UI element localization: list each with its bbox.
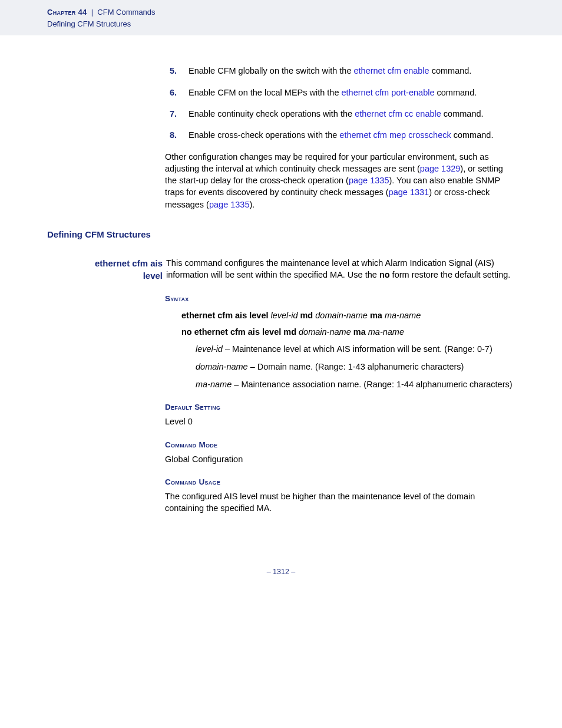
step-number: 6. bbox=[170, 87, 177, 98]
command-name: ethernet cfm ais level bbox=[47, 257, 166, 282]
syntax-line-1: ethernet cfm ais level level-id md domai… bbox=[181, 309, 515, 321]
link-page-1335a[interactable]: page 1335 bbox=[349, 176, 389, 185]
page-header: Chapter 44 | CFM Commands Defining CFM S… bbox=[0, 0, 562, 35]
step-text-post: command. bbox=[441, 109, 484, 118]
step-number: 5. bbox=[170, 65, 177, 77]
chapter-title: CFM Commands bbox=[97, 8, 155, 17]
page-content: 5. Enable CFM globally on the switch wit… bbox=[0, 35, 562, 601]
section-title: Defining CFM Structures bbox=[47, 228, 515, 241]
step-8: 8. Enable cross-check operations with th… bbox=[177, 129, 515, 141]
step-text: Enable cross-check operations with the bbox=[189, 130, 339, 140]
chapter-word: Chapter bbox=[47, 8, 76, 17]
step-text-post: command. bbox=[451, 130, 494, 140]
step-number: 7. bbox=[170, 108, 177, 120]
header-subhead: Defining CFM Structures bbox=[47, 19, 562, 29]
step-text: Enable continuity check operations with … bbox=[189, 109, 355, 118]
syntax-line-2: no ethernet cfm ais level md domain-name… bbox=[181, 326, 515, 338]
default-setting-value: Level 0 bbox=[165, 416, 515, 427]
param-ma-name: ma-name – Maintenance association name. … bbox=[196, 378, 515, 390]
divider: | bbox=[91, 8, 93, 17]
link-page-1335b[interactable]: page 1335 bbox=[209, 200, 250, 209]
step-6: 6. Enable CFM on the local MEPs with the… bbox=[177, 87, 515, 98]
link-ethernet-cfm-mep-crosscheck[interactable]: ethernet cfm mep crosscheck bbox=[339, 130, 451, 140]
link-ethernet-cfm-port-enable[interactable]: ethernet cfm port-enable bbox=[342, 88, 435, 97]
command-mode-heading: Command Mode bbox=[165, 440, 515, 451]
syntax-heading: Syntax bbox=[165, 294, 515, 305]
step-5: 5. Enable CFM globally on the switch wit… bbox=[177, 65, 515, 77]
syntax-block: ethernet cfm ais level level-id md domai… bbox=[181, 309, 515, 390]
step-text: Enable CFM on the local MEPs with the bbox=[189, 88, 342, 97]
parameter-list: level-id – Maintenance level at which AI… bbox=[196, 343, 515, 391]
param-level-id: level-id – Maintenance level at which AI… bbox=[196, 343, 515, 355]
command-mode-value: Global Configuration bbox=[165, 453, 515, 465]
page-number: – 1312 – bbox=[47, 567, 515, 578]
step-text: Enable CFM globally on the switch with t… bbox=[189, 66, 353, 75]
default-setting-heading: Default Setting bbox=[165, 402, 515, 413]
step-number: 8. bbox=[170, 129, 177, 141]
link-ethernet-cfm-cc-enable[interactable]: ethernet cfm cc enable bbox=[355, 109, 441, 118]
param-domain-name: domain-name – Domain name. (Range: 1-43 … bbox=[196, 361, 515, 373]
command-block: ethernet cfm ais level This command conf… bbox=[47, 257, 515, 282]
command-usage-heading: Command Usage bbox=[165, 477, 515, 488]
link-ethernet-cfm-enable[interactable]: ethernet cfm enable bbox=[353, 66, 429, 75]
step-list: 5. Enable CFM globally on the switch wit… bbox=[177, 65, 515, 141]
step-text-post: command. bbox=[435, 88, 477, 97]
step-text-post: command. bbox=[429, 66, 472, 75]
link-page-1329[interactable]: page 1329 bbox=[420, 164, 461, 173]
chapter-number: 44 bbox=[78, 8, 87, 17]
command-usage-text: The configured AIS level must be higher … bbox=[165, 490, 515, 515]
link-page-1331[interactable]: page 1331 bbox=[389, 187, 429, 197]
step-7: 7. Enable continuity check operations wi… bbox=[177, 108, 515, 120]
command-description: This command configures the maintenance … bbox=[166, 257, 515, 281]
chapter-line: Chapter 44 | CFM Commands bbox=[47, 7, 562, 18]
other-config-paragraph: Other configuration changes may be requi… bbox=[165, 151, 515, 210]
